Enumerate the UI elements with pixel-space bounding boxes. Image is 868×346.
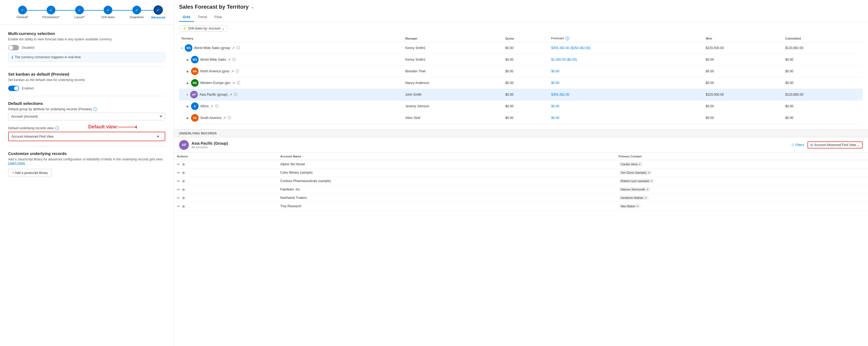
expand-icon[interactable]: ▾: [187, 93, 188, 96]
edit-icon[interactable]: ✏: [177, 204, 180, 208]
edit-icon[interactable]: ✏: [177, 179, 180, 183]
group-info-icon[interactable]: i: [93, 107, 97, 111]
group-select[interactable]: Account (Account): [8, 113, 165, 120]
row-action-icons: ↗ ⓘ: [223, 115, 231, 120]
filters-button[interactable]: ▽ Filters: [792, 143, 804, 147]
open-icon[interactable]: ⊕: [182, 179, 185, 183]
open-icon[interactable]: ⊕: [182, 187, 185, 192]
step-general[interactable]: ✓ General*: [8, 6, 37, 19]
contact-remove[interactable]: ✕: [636, 205, 639, 208]
edit-icon[interactable]: ✏: [177, 162, 180, 166]
territory-avatar: SA: [191, 114, 198, 122]
quota-cell: $0.00: [503, 77, 549, 89]
expand-icon[interactable]: ▶: [187, 105, 189, 108]
info-action-icon[interactable]: ⓘ: [215, 104, 218, 109]
share-icon[interactable]: ↗: [229, 93, 232, 97]
edit-icon[interactable]: ✏: [177, 187, 180, 192]
account-name-cell: Coho Winery (sample): [277, 169, 615, 177]
share-icon[interactable]: ↗: [232, 81, 235, 85]
info-action-icon[interactable]: ⓘ: [228, 115, 231, 120]
col-primary-contact: Primary Contact: [615, 153, 868, 160]
expand-icon[interactable]: ▶: [187, 70, 189, 73]
info-action-icon[interactable]: ⓘ: [232, 57, 236, 62]
forecast-row[interactable]: ▶ A Africa ↗ ⓘ Jeremy Johnson $0.00 $0.0…: [179, 101, 863, 112]
underlying-row[interactable]: ✏ ⊕ Alpine Ski House Cacilia Viera ✕: [174, 160, 868, 169]
drill-down-pill[interactable]: ⚡ Drill down by: Account ⌄: [179, 25, 228, 32]
info-action-icon[interactable]: ⓘ: [234, 92, 238, 97]
contact-remove[interactable]: ✕: [650, 180, 653, 183]
open-icon[interactable]: ⊕: [182, 196, 185, 200]
multicurrency-info-text: The currency conversion happens in real-…: [14, 55, 82, 59]
info-action-icon[interactable]: ⓘ: [236, 45, 240, 50]
step-label-permissions: Permissions*: [42, 15, 60, 19]
expand-icon[interactable]: ▶: [187, 58, 189, 61]
view-info-icon[interactable]: i: [55, 126, 59, 130]
underlying-row[interactable]: ✏ ⊕ Trey Research Alex Baker ✕: [174, 202, 868, 210]
expand-icon[interactable]: ▾: [181, 46, 183, 49]
open-icon[interactable]: ⊕: [182, 204, 185, 208]
forecast-row[interactable]: ▾ AP Asia Pacific (group) ↗ ⓘ John Smith…: [179, 89, 863, 101]
quota-cell: $0.00: [503, 112, 549, 124]
add-js-button[interactable]: + Add a javascript library: [8, 169, 52, 177]
multicurrency-toggle[interactable]: [8, 45, 19, 50]
forecast-cell: $0.00: [549, 66, 704, 77]
underlying-row[interactable]: ✏ ⊕ Contoso Pharmaceuticals (sample) Rob…: [174, 177, 868, 185]
info-action-icon[interactable]: ⓘ: [237, 80, 240, 85]
group-sub: All accounts: [192, 145, 789, 149]
multicurrency-desc: Enable the ability to view forecast data…: [8, 37, 165, 41]
step-drilldown[interactable]: ✓ Drill down: [94, 6, 122, 19]
underlying-table-header: Actions Account Name ↑ Primary Contact: [174, 153, 868, 160]
learn-more-link[interactable]: Learn more.: [8, 161, 26, 165]
step-circle-layout: ✓: [75, 6, 84, 14]
tab-trend[interactable]: Trend: [194, 13, 211, 22]
contact-remove[interactable]: ✕: [648, 171, 650, 174]
contact-remove[interactable]: ✕: [645, 197, 647, 199]
share-icon[interactable]: ↗: [228, 58, 230, 62]
sort-icon[interactable]: ↑: [302, 155, 304, 158]
underlying-row[interactable]: ✏ ⊕ Fabrikam, Inc. Haroun Stormonth ✕: [174, 185, 868, 194]
step-layout[interactable]: ✓ Layout*: [65, 6, 94, 19]
underlying-row[interactable]: ✏ ⊕ Northwind Traders Heriberto Nathan ✕: [174, 194, 868, 202]
territory-name: North America (grou: [200, 69, 229, 73]
share-icon[interactable]: ↗: [223, 116, 226, 120]
forecast-info-icon[interactable]: i: [565, 37, 569, 40]
edit-icon[interactable]: ✏: [177, 196, 180, 200]
customize-title: Customize underlying records: [8, 151, 165, 156]
view-select[interactable]: Account Advanced Find View: [11, 135, 162, 138]
open-icon[interactable]: ⊕: [182, 162, 185, 166]
view-selector[interactable]: ⊞ Account Advanced Find View ⌄: [807, 141, 863, 148]
contact-tag: Cacilia Viera ✕: [619, 162, 643, 166]
contact-remove[interactable]: ✕: [639, 163, 641, 166]
step-permissions[interactable]: ✓ Permissions*: [37, 6, 65, 19]
step-advanced[interactable]: ✓ Advanced: [151, 5, 165, 19]
contact-remove[interactable]: ✕: [646, 188, 649, 191]
step-snapshots[interactable]: ✓ Snapshots: [122, 6, 151, 19]
committed-cell: $0.00: [783, 101, 863, 112]
expand-icon[interactable]: ▶: [187, 81, 189, 84]
contact-name: Robert Lyon (sample): [621, 179, 649, 183]
tab-flow[interactable]: Flow: [211, 13, 225, 22]
forecast-cell: $0.00: [549, 112, 704, 124]
forecast-tabs: Grid Trend Flow: [179, 13, 863, 22]
forecast-row[interactable]: ▶ WE Western Europe (gro ↗ ⓘ Nancy Ander…: [179, 77, 863, 89]
expand-icon[interactable]: ▶: [187, 116, 189, 119]
forecast-row[interactable]: ▾ WS World Wide Sales (group ↗ ⓘ Kenny S…: [179, 42, 863, 54]
info-action-icon[interactable]: ⓘ: [236, 69, 239, 74]
group-label-row: Default group by attribute for underlyin…: [8, 107, 165, 111]
share-icon[interactable]: ↗: [210, 104, 213, 108]
edit-icon[interactable]: ✏: [177, 171, 180, 175]
underlying-row[interactable]: ✏ ⊕ Coho Winery (sample) Jim Glynn (samp…: [174, 169, 868, 177]
tab-grid[interactable]: Grid: [179, 13, 194, 22]
quota-cell: $0.00: [503, 54, 549, 66]
forecast-row[interactable]: ▶ NA North America (grou ↗ ⓘ Brenden Thi…: [179, 66, 863, 77]
multicurrency-toggle-label: Disabled: [22, 46, 34, 49]
group-name: Asia Pacific (Group): [192, 141, 789, 145]
territory-cell: ▶ NA North America (grou ↗ ⓘ: [179, 66, 403, 77]
share-icon[interactable]: ↗: [232, 46, 235, 50]
open-icon[interactable]: ⊕: [182, 171, 185, 175]
kanban-toggle[interactable]: [8, 85, 19, 91]
share-icon[interactable]: ↗: [231, 69, 234, 73]
forecast-row[interactable]: ▶ WS World Wide Sales ↗ ⓘ Kenny Smith1 $…: [179, 54, 863, 66]
forecast-dropdown-caret[interactable]: ⌄: [251, 4, 254, 9]
forecast-row[interactable]: ▶ SA South America ↗ ⓘ Alton Stott $0.00…: [179, 112, 863, 124]
